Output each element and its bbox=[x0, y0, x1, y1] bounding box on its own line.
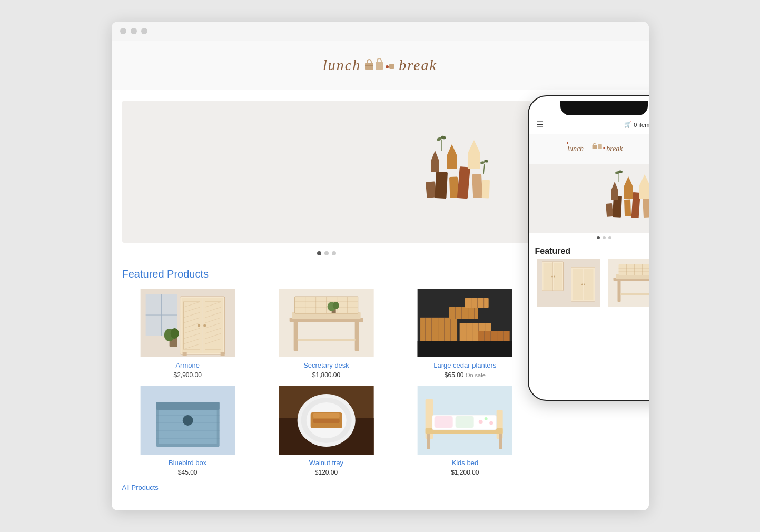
product-name-bluebird[interactable]: Bluebird box bbox=[122, 459, 253, 467]
site-logo[interactable]: lunch bbox=[323, 57, 437, 74]
svg-rect-162 bbox=[543, 263, 552, 290]
product-price-kidsbed: $1,200.00 bbox=[399, 469, 530, 476]
product-card-walnut[interactable]: Walnut tray $120.00 bbox=[261, 386, 392, 476]
cedar-illustration bbox=[399, 289, 530, 357]
logo-bag-icon bbox=[364, 57, 396, 73]
svg-rect-4 bbox=[389, 64, 394, 69]
browser-dot-1 bbox=[120, 28, 126, 34]
slider-dots bbox=[122, 251, 531, 255]
svg-point-138 bbox=[567, 142, 568, 144]
svg-rect-14 bbox=[447, 156, 457, 169]
svg-rect-152 bbox=[639, 185, 649, 199]
product-name-kidsbed[interactable]: Kids bed bbox=[399, 459, 530, 467]
svg-rect-148 bbox=[611, 191, 618, 200]
svg-rect-119 bbox=[313, 413, 339, 418]
svg-point-165 bbox=[551, 276, 553, 278]
svg-line-20 bbox=[483, 164, 485, 174]
svg-rect-8 bbox=[457, 166, 470, 199]
bluebird-illustration bbox=[122, 386, 253, 455]
svg-rect-53 bbox=[182, 352, 186, 356]
mobile-menu-icon[interactable]: ☰ bbox=[536, 120, 544, 130]
mobile-slider-dot-1[interactable] bbox=[597, 236, 600, 239]
mobile-product-img-1 bbox=[535, 259, 602, 307]
hero-blocks-art bbox=[394, 119, 510, 224]
svg-point-112 bbox=[182, 415, 193, 426]
mobile-logo: lunch break bbox=[529, 134, 649, 164]
mobile-slider-dot-2[interactable] bbox=[603, 236, 606, 239]
all-products-link[interactable]: All Products bbox=[122, 484, 531, 491]
product-card-secretary[interactable]: Secretary desk $1,800.00 bbox=[261, 289, 392, 379]
svg-marker-13 bbox=[447, 144, 457, 156]
svg-rect-70 bbox=[293, 322, 298, 351]
product-name-walnut[interactable]: Walnut tray bbox=[261, 459, 392, 467]
svg-point-21 bbox=[480, 161, 485, 165]
product-price-cedar: $65.00 On sale bbox=[399, 371, 530, 379]
mobile-cart-button[interactable]: 🛒 0 items / $0.00 bbox=[624, 121, 648, 128]
svg-point-166 bbox=[554, 276, 555, 278]
site-header: lunch bbox=[112, 41, 649, 90]
svg-marker-151 bbox=[639, 174, 649, 185]
mobile-product-card-2[interactable] bbox=[606, 259, 649, 307]
product-card-bluebird[interactable]: Bluebird box $45.00 bbox=[122, 386, 253, 476]
svg-point-139 bbox=[603, 147, 605, 149]
product-image-kidsbed bbox=[399, 386, 530, 455]
browser-window: lunch bbox=[112, 22, 649, 510]
featured-products-title: Featured Products bbox=[122, 268, 531, 280]
product-card-cedar[interactable]: Large cedar planters $65.00 On sale bbox=[399, 289, 530, 379]
svg-rect-7 bbox=[449, 176, 458, 198]
svg-rect-129 bbox=[456, 416, 474, 428]
product-card-armoire[interactable]: Armoire $2,900.00 bbox=[122, 289, 253, 379]
mobile-product-img-2 bbox=[606, 259, 649, 307]
svg-rect-9 bbox=[472, 174, 482, 198]
svg-rect-0 bbox=[365, 63, 373, 70]
svg-rect-134 bbox=[499, 434, 502, 449]
product-price-bluebird: $45.00 bbox=[122, 469, 253, 476]
product-card-kidsbed[interactable]: Kids bed $1,200.00 bbox=[399, 386, 530, 476]
slider-dot-2[interactable] bbox=[324, 251, 329, 255]
svg-point-173 bbox=[584, 284, 585, 285]
svg-marker-15 bbox=[468, 140, 480, 153]
svg-rect-170 bbox=[584, 269, 593, 300]
mobile-header: ☰ 🛒 0 items / $0.00 bbox=[529, 115, 649, 134]
svg-rect-133 bbox=[427, 434, 430, 449]
mobile-hero-art bbox=[585, 167, 649, 230]
mobile-product-card-1[interactable] bbox=[535, 259, 602, 307]
logo-icon bbox=[364, 57, 396, 73]
product-image-walnut bbox=[261, 386, 392, 455]
logo-text-after: break bbox=[399, 57, 437, 74]
svg-rect-16 bbox=[468, 153, 480, 169]
slider-dot-1[interactable] bbox=[317, 251, 321, 255]
mobile-notch bbox=[560, 101, 648, 115]
svg-rect-141 bbox=[606, 203, 613, 217]
hero-slider[interactable] bbox=[122, 101, 531, 243]
svg-point-52 bbox=[203, 324, 206, 327]
mobile-featured-title: Featured bbox=[529, 242, 649, 259]
svg-marker-11 bbox=[431, 151, 439, 161]
content-left: Featured Products bbox=[122, 101, 531, 500]
product-name-armoire[interactable]: Armoire bbox=[122, 361, 253, 369]
armoire-illustration bbox=[122, 289, 253, 357]
kidsbed-illustration bbox=[399, 386, 530, 455]
svg-point-3 bbox=[386, 65, 389, 68]
mobile-products bbox=[529, 259, 649, 307]
mobile-slider-dot-3[interactable] bbox=[608, 236, 611, 239]
mobile-slider-dots bbox=[529, 233, 649, 242]
svg-rect-2 bbox=[376, 62, 383, 70]
product-name-cedar[interactable]: Large cedar planters bbox=[399, 361, 530, 369]
svg-point-57 bbox=[170, 328, 179, 339]
svg-rect-54 bbox=[220, 352, 224, 356]
mobile-secretary-thumb bbox=[606, 259, 649, 307]
svg-point-172 bbox=[581, 284, 583, 285]
product-name-secretary[interactable]: Secretary desk bbox=[261, 361, 392, 369]
slider-dot-3[interactable] bbox=[332, 251, 336, 255]
mobile-slider[interactable] bbox=[529, 164, 649, 233]
svg-rect-184 bbox=[617, 281, 620, 302]
secretary-illustration bbox=[261, 289, 392, 357]
svg-rect-100 bbox=[465, 298, 489, 308]
svg-rect-150 bbox=[624, 187, 633, 199]
svg-point-132 bbox=[489, 421, 493, 425]
products-grid-row1: Armoire $2,900.00 bbox=[122, 289, 531, 379]
svg-point-51 bbox=[198, 324, 200, 327]
mobile-armoire-thumb bbox=[535, 259, 602, 307]
svg-rect-143 bbox=[624, 200, 631, 216]
